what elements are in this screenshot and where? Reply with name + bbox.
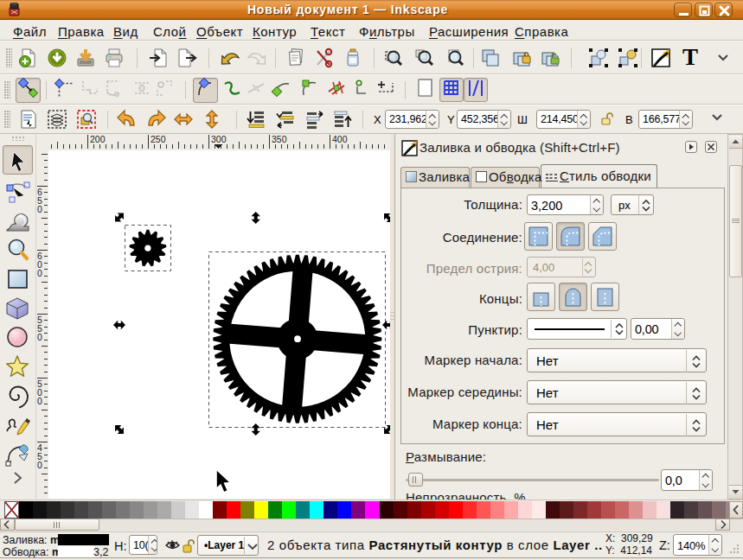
svg-text:0: 0 — [37, 204, 42, 214]
svg-text:250: 250 — [151, 134, 166, 144]
svg-text:T: T — [682, 46, 698, 68]
svg-text:0: 0 — [37, 268, 42, 278]
svg-text:300: 300 — [211, 134, 227, 144]
svg-text:0: 0 — [37, 396, 42, 406]
svg-text:350: 350 — [272, 134, 287, 144]
svg-text:400: 400 — [332, 134, 348, 144]
svg-text:200: 200 — [90, 134, 106, 144]
svg-text:0: 0 — [37, 332, 42, 342]
svg-text:0: 0 — [37, 460, 42, 470]
